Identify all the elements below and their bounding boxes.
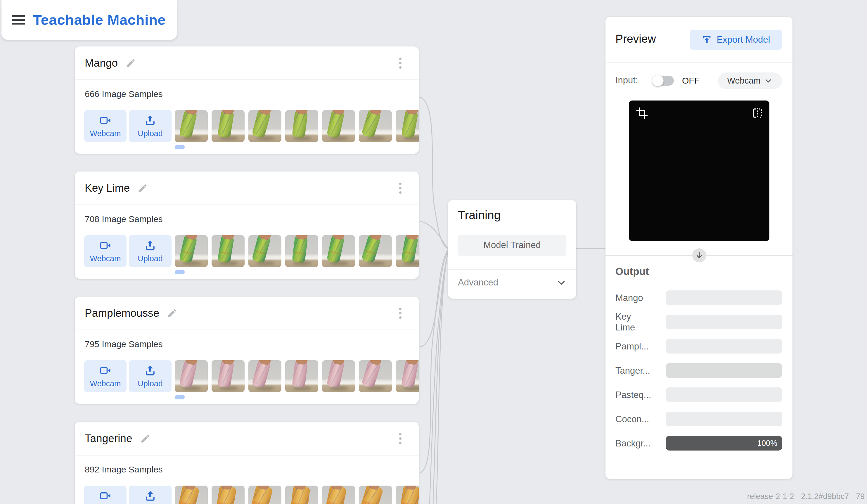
sample-count-label: 892 Image Samples [85,464,163,474]
edit-pencil-icon[interactable] [125,58,136,68]
input-label: Input: [616,75,638,86]
upload-button[interactable]: Upload [129,235,172,267]
confidence-bar [666,339,782,354]
thumbnail-scrollbar[interactable] [175,395,185,399]
sample-thumbnail[interactable] [175,360,208,392]
webcam-button-label: Webcam [90,379,121,388]
samples-row: Webcam Upload [75,485,419,504]
sample-thumbnails[interactable] [175,235,419,267]
sample-count-label: 795 Image Samples [85,339,163,349]
collapse-output-button[interactable] [692,248,706,262]
kebab-menu-icon[interactable] [397,307,404,320]
webcam-icon [99,364,112,377]
class-card-mango: Mango 666 Image Samples Webcam Upload [75,46,419,154]
upload-button[interactable]: Upload [129,360,172,392]
preview-title: Preview [616,32,656,45]
divider [448,269,576,270]
class-card-header: Tangerine [75,422,419,455]
sample-thumbnail[interactable] [212,485,245,504]
upload-icon [144,490,157,502]
upload-button[interactable]: Upload [129,110,172,142]
sample-thumbnail[interactable] [285,235,318,267]
kebab-menu-icon[interactable] [397,57,404,69]
sample-thumbnail[interactable] [248,110,281,142]
app-title[interactable]: Teachable Machine [33,12,166,28]
samples-row: Webcam Upload [75,110,419,142]
sample-thumbnail[interactable] [396,485,419,504]
sample-thumbnail[interactable] [359,360,392,392]
train-model-button[interactable]: Model Trained [458,235,566,256]
sample-thumbnails[interactable] [175,110,419,142]
sample-thumbnail[interactable] [322,235,355,267]
upload-icon [144,239,157,252]
sample-thumbnail[interactable] [248,485,281,504]
output-row: Backgr... 100% [616,436,782,451]
sample-thumbnails[interactable] [175,485,419,504]
thumbnail-scrollbar[interactable] [175,270,185,274]
sample-thumbnail[interactable] [359,110,392,142]
webcam-button[interactable]: Webcam [84,110,127,142]
sample-thumbnail[interactable] [212,360,245,392]
class-title: Mango [85,57,118,69]
sample-thumbnail[interactable] [212,235,245,267]
crop-icon[interactable] [636,107,648,119]
sample-thumbnail[interactable] [285,360,318,392]
app-header: Teachable Machine [1,0,177,40]
sample-thumbnail[interactable] [396,110,419,142]
sample-thumbnail[interactable] [212,110,245,142]
sample-thumbnail[interactable] [248,360,281,392]
hamburger-menu-icon[interactable] [12,13,25,26]
output-class-label: Pampl... [616,341,649,352]
output-class-label: Pasteq... [616,389,649,400]
edit-pencil-icon[interactable] [167,308,178,319]
sample-thumbnail[interactable] [322,485,355,504]
flip-camera-icon[interactable] [751,107,763,119]
advanced-section-toggle[interactable]: Advanced [448,273,576,294]
edit-pencil-icon[interactable] [140,433,150,444]
arrow-down-icon [695,251,704,260]
export-model-button[interactable]: Export Model [689,30,782,50]
input-source-dropdown[interactable]: Webcam [718,73,782,89]
sample-thumbnail[interactable] [175,110,208,142]
sample-thumbnail[interactable] [359,485,392,504]
webcam-button[interactable]: Webcam [84,485,127,504]
edit-pencil-icon[interactable] [137,183,148,193]
training-title: Training [458,208,501,222]
output-class-label: Cocon... [616,414,649,425]
input-source-value: Webcam [727,76,761,86]
output-row: Cocon... [616,412,782,426]
sample-thumbnail[interactable] [285,110,318,142]
input-toggle-switch[interactable] [653,76,674,86]
output-class-label: Mango [616,292,649,303]
class-card-header: Key Lime [75,172,419,205]
sample-thumbnail[interactable] [359,235,392,267]
training-panel: Training Model Trained Advanced [448,200,576,299]
sample-thumbnail[interactable] [175,235,208,267]
upload-icon [144,364,157,377]
upload-button-label: Upload [138,379,163,388]
webcam-button[interactable]: Webcam [84,235,127,267]
sample-thumbnails[interactable] [175,360,419,392]
output-class-label: Key Lime [616,311,649,333]
confidence-bar [666,387,782,402]
kebab-menu-icon[interactable] [397,182,404,195]
confidence-value: 100% [757,439,782,448]
kebab-menu-icon[interactable] [397,432,404,445]
confidence-bar [666,315,782,329]
preview-header: Preview Export Model [606,17,792,63]
sample-thumbnail[interactable] [396,360,419,392]
sample-count-label: 666 Image Samples [85,89,163,99]
sample-thumbnail[interactable] [322,110,355,142]
thumbnail-scrollbar[interactable] [175,145,185,149]
sample-thumbnail[interactable] [248,235,281,267]
sample-thumbnail[interactable] [396,235,419,267]
output-class-label: Backgr... [616,438,649,449]
output-row: Pampl... [616,339,782,354]
advanced-label: Advanced [458,277,498,288]
sample-thumbnail[interactable] [175,485,208,504]
webcam-button-label: Webcam [90,254,121,263]
upload-button[interactable]: Upload [129,485,172,504]
sample-thumbnail[interactable] [322,360,355,392]
sample-thumbnail[interactable] [285,485,318,504]
webcam-button[interactable]: Webcam [84,360,127,392]
